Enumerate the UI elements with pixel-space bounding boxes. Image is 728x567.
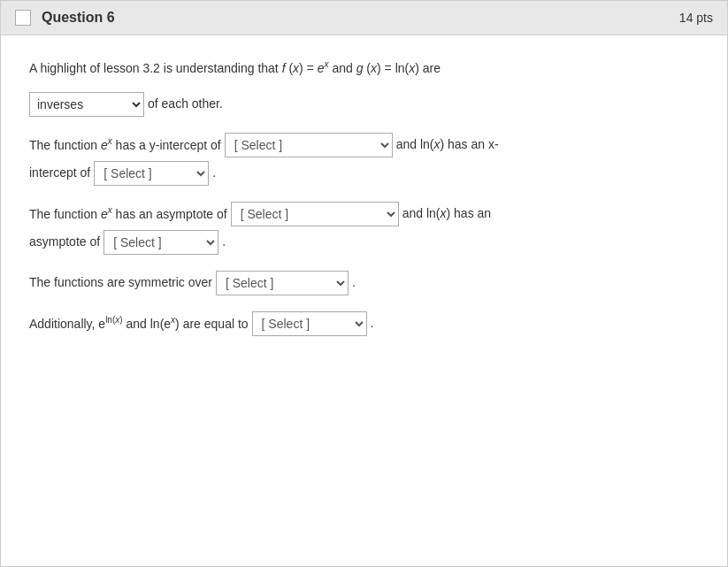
select-asymptote2[interactable]: [ Select ] <box>103 230 218 255</box>
sentence3-line: The functions are symmetric over [ Selec… <box>29 271 699 295</box>
select-yintercept[interactable]: [ Select ] <box>225 133 393 157</box>
sentence2-line2: asymptote of [ Select ] . <box>29 230 699 255</box>
select-asymptote1[interactable]: [ Select ] <box>231 202 399 226</box>
sentence1-text2: and ln(x) has an x- <box>396 134 499 156</box>
sentence1-section: The function ex has a y-intercept of [ S… <box>29 133 699 186</box>
select-symmetric[interactable]: [ Select ] <box>216 271 349 295</box>
sentence4-text1: Additionally, eln(x) and ln(ex) are equa… <box>29 312 249 335</box>
sentence2-text2: and ln(x) has an <box>402 203 491 225</box>
sentence4-line: Additionally, eln(x) and ln(ex) are equa… <box>29 311 699 336</box>
sentence2-text1: The function ex has an asymptote of <box>29 203 227 226</box>
of-each-other-text: of each other. <box>148 93 223 115</box>
sentence2-text3: asymptote of <box>29 231 100 253</box>
question-body: A highlight of lesson 3.2 is understandi… <box>0 35 728 567</box>
sentence1-end: . <box>212 162 216 184</box>
sentence1-text1: The function ex has a y-intercept of <box>29 134 221 157</box>
sentence2-line1: The function ex has an asymptote of [ Se… <box>29 202 699 226</box>
sentence1-text3: intercept of <box>29 162 90 184</box>
sentence4-end: . <box>371 312 374 334</box>
intro-line-2: inverses derivatives integrals of each o… <box>29 92 699 117</box>
sentence4-section: Additionally, eln(x) and ln(ex) are equa… <box>29 311 699 336</box>
intro-line-1: A highlight of lesson 3.2 is understandi… <box>29 57 699 80</box>
question-title: Question 6 <box>42 10 669 26</box>
sentence2-section: The function ex has an asymptote of [ Se… <box>29 202 699 255</box>
question-header: Question 6 14 pts <box>0 0 728 35</box>
inverses-select[interactable]: inverses derivatives integrals <box>29 92 144 117</box>
sentence1-line1: The function ex has a y-intercept of [ S… <box>29 133 699 157</box>
sentence3-section: The functions are symmetric over [ Selec… <box>29 271 699 295</box>
intro-text-1: A highlight of lesson 3.2 is understandi… <box>29 57 441 80</box>
sentence3-end: . <box>352 272 356 294</box>
intro-section: A highlight of lesson 3.2 is understandi… <box>29 57 699 117</box>
sentence3-text1: The functions are symmetric over <box>29 272 212 294</box>
select-xintercept[interactable]: [ Select ] <box>94 161 209 186</box>
select-equalto[interactable]: [ Select ] <box>252 311 367 336</box>
page-wrapper: Question 6 14 pts A highlight of lesson … <box>0 0 728 567</box>
question-checkbox[interactable] <box>15 10 31 26</box>
question-pts: 14 pts <box>679 11 713 25</box>
sentence1-line2: intercept of [ Select ] . <box>29 161 699 186</box>
sentence2-end: . <box>222 231 226 253</box>
